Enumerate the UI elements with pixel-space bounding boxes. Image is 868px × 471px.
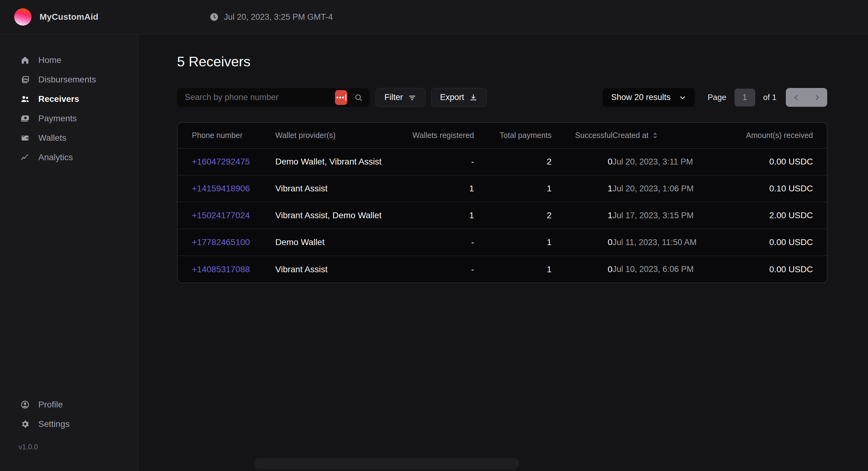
password-manager-icon[interactable] <box>335 90 347 105</box>
sidebar-item-home[interactable]: Home <box>0 50 138 70</box>
wallets-registered-cell: 1 <box>398 183 474 194</box>
sidebar-item-label: Wallets <box>38 133 66 143</box>
sidebar-item-disbursements[interactable]: Disbursements <box>0 70 138 89</box>
filter-icon <box>408 93 416 102</box>
sidebar-item-label: Profile <box>38 400 63 410</box>
successful-cell: 1 <box>552 210 613 221</box>
created-at-cell: Jul 20, 2023, 3:11 PM <box>613 157 736 167</box>
export-button-label: Export <box>440 93 464 102</box>
sidebar: Home Disbursements Receivers Payments Wa… <box>0 34 138 471</box>
wallets-registered-cell: - <box>398 157 474 167</box>
table-row: +16047292475 Demo Wallet, Vibrant Assist… <box>177 148 827 175</box>
filter-button[interactable]: Filter <box>375 88 426 107</box>
search-input[interactable] <box>185 93 335 102</box>
clock-icon <box>210 12 219 22</box>
pager <box>786 88 827 107</box>
wallet-providers-cell: Vibrant Assist, Demo Wallet <box>275 210 398 221</box>
col-amounts-received: Amount(s) received <box>736 131 813 140</box>
table-row: +17782465100 Demo Wallet - 1 0 Jul 11, 2… <box>177 229 827 256</box>
prev-page-button[interactable] <box>786 88 807 107</box>
payments-icon <box>20 113 30 124</box>
phone-link[interactable]: +16047292475 <box>192 157 275 167</box>
show-results-select[interactable]: Show 20 results <box>602 88 695 107</box>
total-payments-cell: 1 <box>474 237 552 247</box>
toolbar: Filter Export Show 20 results Page of 1 <box>177 88 827 107</box>
page-label: Page <box>708 93 726 102</box>
sidebar-item-receivers[interactable]: Receivers <box>0 89 138 109</box>
topbar: MyCustomAid Jul 20, 2023, 3:25 PM GMT-4 <box>0 0 868 34</box>
wallets-icon <box>20 133 30 143</box>
wallets-registered-cell: - <box>398 237 474 247</box>
sidebar-item-label: Disbursements <box>38 75 96 85</box>
amount-cell: 0.00 USDC <box>736 157 813 167</box>
successful-cell: 0 <box>552 237 613 247</box>
total-payments-cell: 2 <box>474 210 552 221</box>
created-at-cell: Jul 17, 2023, 3:15 PM <box>613 211 736 221</box>
successful-cell: 0 <box>552 265 613 274</box>
created-at-cell: Jul 11, 2023, 11:50 AM <box>613 238 736 247</box>
sidebar-footer: Profile Settings v1.0.0 <box>0 395 138 451</box>
sidebar-item-profile[interactable]: Profile <box>0 395 138 414</box>
total-payments-cell: 1 <box>474 183 552 194</box>
phone-link[interactable]: +14085317088 <box>192 265 275 274</box>
phone-link[interactable]: +14159418906 <box>192 183 275 194</box>
sidebar-item-settings[interactable]: Settings <box>0 414 138 434</box>
col-wallet-providers: Wallet provider(s) <box>275 131 398 140</box>
receivers-icon <box>20 94 30 104</box>
download-icon <box>469 93 478 102</box>
col-phone-number: Phone number <box>192 131 275 140</box>
app-logo <box>14 8 32 26</box>
table-header-row: Phone number Wallet provider(s) Wallets … <box>177 123 827 148</box>
wallet-providers-cell: Demo Wallet, Vibrant Assist <box>275 157 398 167</box>
show-results-label: Show 20 results <box>611 93 671 102</box>
table-row: +14159418906 Vibrant Assist 1 1 1 Jul 20… <box>177 175 827 202</box>
table-row: +14085317088 Vibrant Assist - 1 0 Jul 10… <box>177 256 827 283</box>
wallets-registered-cell: 1 <box>398 210 474 221</box>
sidebar-item-payments[interactable]: Payments <box>0 109 138 128</box>
receivers-table: Phone number Wallet provider(s) Wallets … <box>177 122 827 283</box>
amount-cell: 0.10 USDC <box>736 183 813 194</box>
wallet-providers-cell: Demo Wallet <box>275 237 398 247</box>
next-page-button[interactable] <box>807 88 827 107</box>
export-button[interactable]: Export <box>431 88 487 107</box>
timestamp-wrap: Jul 20, 2023, 3:25 PM GMT-4 <box>210 12 333 22</box>
settings-icon <box>20 419 30 429</box>
col-created-at[interactable]: Created at <box>613 131 736 140</box>
table-row: +15024177024 Vibrant Assist, Demo Wallet… <box>177 202 827 229</box>
wallets-registered-cell: - <box>398 265 474 274</box>
sidebar-item-label: Home <box>38 55 61 65</box>
sort-icon[interactable] <box>652 132 658 139</box>
chevron-down-icon <box>679 94 687 102</box>
app-version: v1.0.0 <box>0 443 138 451</box>
wallet-providers-cell: Vibrant Assist <box>275 183 398 194</box>
app-title: MyCustomAid <box>39 12 98 22</box>
sidebar-item-analytics[interactable]: Analytics <box>0 147 138 167</box>
horizontal-scrollbar[interactable] <box>254 458 520 470</box>
created-at-cell: Jul 20, 2023, 1:06 PM <box>613 184 736 194</box>
successful-cell: 0 <box>552 157 613 167</box>
main-content: 5 Receivers Filter Export Show 2 <box>139 35 868 471</box>
total-payments-cell: 1 <box>474 265 552 274</box>
page-of-label: of 1 <box>763 93 777 102</box>
search-icon[interactable] <box>354 93 363 102</box>
phone-link[interactable]: +17782465100 <box>192 237 275 247</box>
sidebar-item-label: Analytics <box>38 153 73 162</box>
page-number-input[interactable] <box>735 89 755 106</box>
disbursements-icon <box>20 74 30 85</box>
search-box[interactable] <box>177 88 370 107</box>
home-icon <box>20 55 30 65</box>
total-payments-cell: 2 <box>474 157 552 167</box>
current-datetime: Jul 20, 2023, 3:25 PM GMT-4 <box>224 12 333 22</box>
phone-link[interactable]: +15024177024 <box>192 210 275 221</box>
successful-cell: 1 <box>552 183 613 194</box>
profile-icon <box>20 399 30 410</box>
created-at-cell: Jul 10, 2023, 6:06 PM <box>613 265 736 274</box>
amount-cell: 0.00 USDC <box>736 237 813 247</box>
page-title: 5 Receivers <box>177 54 251 70</box>
sidebar-item-label: Settings <box>38 419 69 429</box>
amount-cell: 0.00 USDC <box>736 265 813 274</box>
filter-button-label: Filter <box>384 93 403 102</box>
col-wallets-registered: Wallets registered <box>398 131 474 140</box>
analytics-icon <box>20 152 30 163</box>
sidebar-item-wallets[interactable]: Wallets <box>0 128 138 147</box>
